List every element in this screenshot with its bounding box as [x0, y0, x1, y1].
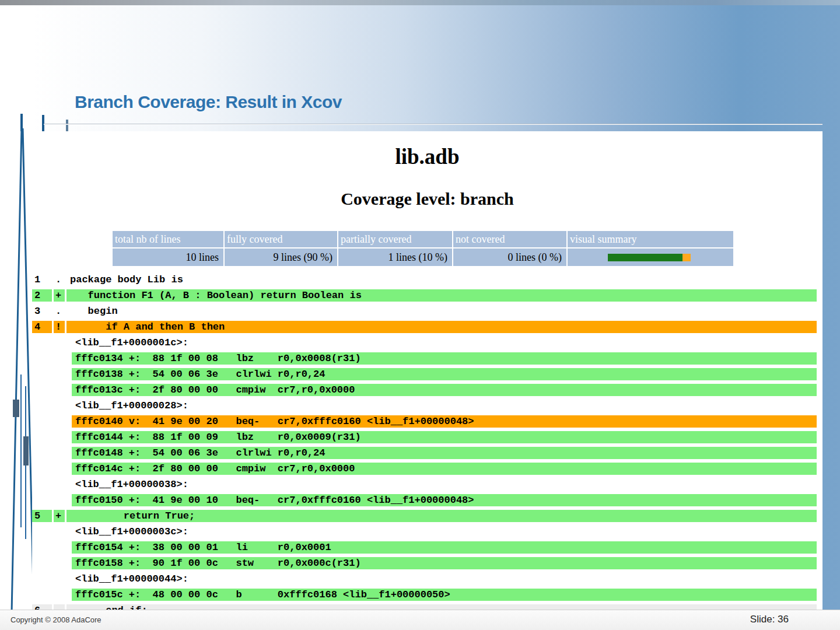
- indent-spacer: [32, 494, 70, 506]
- source-text: end if;: [66, 604, 817, 610]
- coverage-report-panel: lib.adb Coverage level: branch total nb …: [32, 131, 822, 610]
- code-line-row: <lib__f1+0000003c>:: [32, 526, 822, 538]
- visual-summary-cell: [568, 249, 733, 266]
- covered-bar-segment: [608, 254, 682, 261]
- indent-spacer: [32, 337, 70, 349]
- code-line-row: fffc014c +: 2f 80 00 00 cmpiw cr7,r0,0x0…: [32, 463, 822, 475]
- line-number: 6: [32, 604, 52, 610]
- indent-spacer: [32, 431, 70, 443]
- code-line-row: <lib__f1+00000028>:: [32, 400, 822, 412]
- asm-text: fffc0154 +: 38 00 00 01 li r0,0x0001: [72, 541, 817, 554]
- source-text: begin: [66, 305, 817, 317]
- code-line-row: fffc0140 v: 41 9e 00 20 beq- cr7,0xfffc0…: [32, 415, 822, 428]
- indent-spacer: [32, 447, 70, 459]
- code-line-row: 2+ function F1 (A, B : Boolean) return B…: [32, 289, 822, 302]
- asm-text: fffc013c +: 2f 80 00 00 cmpiw cr7,r0,0x0…: [72, 384, 817, 396]
- report-subtitle: Coverage level: branch: [32, 189, 822, 209]
- asm-text: fffc0138 +: 54 00 06 3e clrlwi r0,r0,24: [72, 368, 817, 380]
- line-number: 3: [32, 305, 52, 317]
- asm-text: fffc014c +: 2f 80 00 00 cmpiw cr7,r0,0x0…: [72, 463, 817, 475]
- symbol-label: <lib__f1+0000003c>:: [72, 526, 817, 538]
- code-line-row: fffc0148 +: 54 00 06 3e clrlwi r0,r0,24: [32, 447, 822, 459]
- symbol-label: <lib__f1+0000001c>:: [72, 337, 817, 349]
- asm-text: fffc0158 +: 90 1f 00 0c stw r0,0x000c(r3…: [72, 557, 817, 569]
- copyright-text: Copyright © 2008 AdaCore: [10, 615, 102, 624]
- indent-spacer: [32, 573, 70, 585]
- indent-spacer: [32, 415, 70, 428]
- code-line-row: <lib__f1+0000001c>:: [32, 337, 822, 349]
- value-not-covered: 0 lines (0 %): [453, 249, 566, 266]
- asm-text: fffc0150 +: 41 9e 00 10 beq- cr7,0xfffc0…: [72, 494, 817, 506]
- partial-bar-segment: [682, 254, 691, 261]
- source-text: function F1 (A, B : Boolean) return Bool…: [66, 289, 817, 302]
- value-partially-covered: 1 lines (10 %): [338, 249, 452, 266]
- indent-spacer: [32, 541, 70, 554]
- indent-spacer: [32, 352, 70, 365]
- code-line-row: 6. end if;: [32, 604, 822, 610]
- coverage-symbol: +: [54, 510, 65, 522]
- value-fully-covered: 9 lines (90 %): [225, 249, 337, 266]
- code-line-row: 5+ return True;: [32, 510, 822, 522]
- coverage-summary-table: total nb of lines fully covered partiall…: [111, 230, 734, 267]
- code-line-row: <lib__f1+00000044>:: [32, 573, 822, 585]
- code-line-row: fffc015c +: 48 00 00 0c b 0xfffc0168 <li…: [32, 589, 822, 601]
- source-text: if A and then B then: [66, 321, 817, 333]
- top-border-strip: [0, 0, 840, 5]
- header-total-lines: total nb of lines: [113, 231, 223, 247]
- source-text: package body Lib is: [66, 274, 817, 286]
- code-line-row: fffc0138 +: 54 00 06 3e clrlwi r0,r0,24: [32, 368, 822, 380]
- code-line-row: fffc013c +: 2f 80 00 00 cmpiw cr7,r0,0x0…: [32, 384, 822, 396]
- symbol-label: <lib__f1+00000044>:: [72, 573, 817, 585]
- code-line-row: fffc0144 +: 88 1f 00 09 lbz r0,0x0009(r3…: [32, 431, 822, 443]
- title-divider: [44, 124, 822, 125]
- slide-title: Branch Coverage: Result in Xcov: [75, 92, 342, 112]
- asm-text: fffc0134 +: 88 1f 00 08 lbz r0,0x0008(r3…: [72, 352, 817, 365]
- indent-spacer: [32, 589, 70, 601]
- summary-header-row: total nb of lines fully covered partiall…: [113, 231, 733, 247]
- source-text: return True;: [66, 510, 817, 522]
- asm-text: fffc015c +: 48 00 00 0c b 0xfffc0168 <li…: [72, 589, 817, 601]
- indent-spacer: [32, 463, 70, 475]
- slide-number: Slide: 36: [750, 614, 789, 625]
- line-number: 2: [32, 289, 52, 302]
- header-partially-covered: partially covered: [338, 231, 452, 247]
- line-number: 4: [32, 321, 52, 333]
- code-line-row: fffc0134 +: 88 1f 00 08 lbz r0,0x0008(r3…: [32, 352, 822, 365]
- coverage-symbol: .: [54, 604, 65, 610]
- visual-summary-bar: [608, 254, 691, 261]
- coverage-symbol: .: [54, 274, 65, 286]
- symbol-label: <lib__f1+00000038>:: [72, 478, 817, 491]
- code-line-row: fffc0150 +: 41 9e 00 10 beq- cr7,0xfffc0…: [32, 494, 822, 506]
- coverage-symbol: .: [54, 305, 65, 317]
- code-line-row: <lib__f1+00000038>:: [32, 478, 822, 491]
- code-line-row: 4! if A and then B then: [32, 321, 822, 333]
- asm-text: fffc0144 +: 88 1f 00 09 lbz r0,0x0009(r3…: [72, 431, 817, 443]
- header-fully-covered: fully covered: [225, 231, 337, 247]
- indent-spacer: [32, 557, 70, 569]
- indent-spacer: [32, 384, 70, 396]
- header-not-covered: not covered: [453, 231, 566, 247]
- coverage-symbol: +: [54, 289, 65, 302]
- code-line-row: fffc0154 +: 38 00 00 01 li r0,0x0001: [32, 541, 822, 554]
- indent-spacer: [32, 478, 70, 491]
- code-listing: 1.package body Lib is2+ function F1 (A, …: [32, 274, 822, 610]
- indent-spacer: [32, 400, 70, 412]
- symbol-label: <lib__f1+00000028>:: [72, 400, 817, 412]
- header-visual-summary: visual summary: [568, 231, 733, 247]
- code-line-row: 3. begin: [32, 305, 822, 317]
- value-total-lines: 10 lines: [113, 249, 223, 266]
- asm-text: fffc0140 v: 41 9e 00 20 beq- cr7,0xfffc0…: [72, 415, 817, 428]
- code-line-row: 1.package body Lib is: [32, 274, 822, 286]
- footer-bar: Copyright © 2008 AdaCore Slide: 36: [0, 610, 840, 630]
- indent-spacer: [32, 526, 70, 538]
- code-line-row: fffc0158 +: 90 1f 00 0c stw r0,0x000c(r3…: [32, 557, 822, 569]
- indent-spacer: [32, 368, 70, 380]
- summary-value-row: 10 lines 9 lines (90 %) 1 lines (10 %) 0…: [113, 249, 733, 266]
- coverage-symbol: !: [54, 321, 65, 333]
- line-number: 5: [32, 510, 52, 522]
- asm-text: fffc0148 +: 54 00 06 3e clrlwi r0,r0,24: [72, 447, 817, 459]
- report-file-title: lib.adb: [32, 144, 822, 169]
- line-number: 1: [32, 274, 52, 286]
